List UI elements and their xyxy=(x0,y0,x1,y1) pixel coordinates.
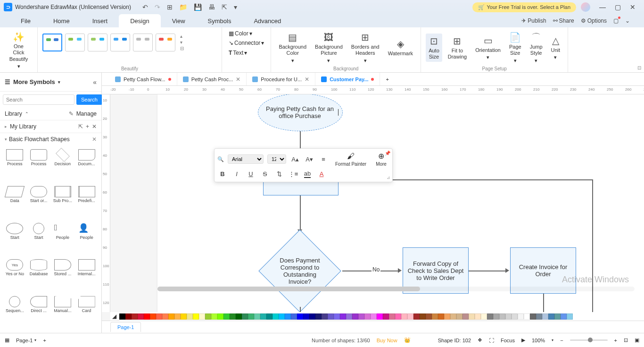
color-swatch[interactable] xyxy=(150,313,156,320)
shape-stored[interactable]: Stored ... xyxy=(51,258,75,293)
color-swatch[interactable] xyxy=(524,313,530,320)
color-swatch[interactable] xyxy=(456,313,462,320)
increase-font-icon[interactable]: A▴ xyxy=(290,154,300,164)
zoom-in-icon[interactable]: + xyxy=(614,338,617,343)
shape-people-2[interactable]: 👤People xyxy=(74,222,99,257)
color-swatch[interactable] xyxy=(254,313,260,320)
options-button[interactable]: ⚙ Options xyxy=(581,17,607,24)
shape-predefined[interactable]: Predefi... xyxy=(74,185,99,220)
color-swatch[interactable] xyxy=(260,313,266,320)
share-button[interactable]: ⚯ Share xyxy=(553,17,574,24)
zoom-slider[interactable] xyxy=(570,339,608,341)
color-swatch[interactable] xyxy=(340,313,346,320)
font-color-icon[interactable]: A xyxy=(316,169,327,179)
shape-start-end[interactable]: Start or... xyxy=(27,185,51,220)
color-swatch[interactable] xyxy=(211,313,217,320)
color-swatch[interactable] xyxy=(346,313,352,320)
underline-icon[interactable]: U xyxy=(246,169,256,179)
lib-import-icon[interactable]: ⇱ xyxy=(78,123,83,130)
shape-process-2[interactable]: Process xyxy=(27,148,51,183)
color-swatch[interactable] xyxy=(518,313,524,320)
auto-size-button[interactable]: ⊡Auto Size xyxy=(426,34,442,62)
search-input[interactable] xyxy=(3,94,74,105)
fit-drawing-button[interactable]: ⊞Fit to Drawing xyxy=(445,34,470,62)
redo-icon[interactable]: ↷ xyxy=(155,3,160,11)
shape-process[interactable]: Process xyxy=(3,148,27,183)
theme-6[interactable] xyxy=(156,34,175,51)
section-flowchart-shapes[interactable]: Basic Flowchart Shapes xyxy=(9,136,70,143)
menu-symbols[interactable]: Symbols xyxy=(197,14,243,27)
arrow-yes[interactable] xyxy=(300,307,301,312)
color-swatch[interactable] xyxy=(561,313,567,320)
color-swatch[interactable] xyxy=(230,313,236,320)
print-icon[interactable]: 🖶 xyxy=(208,3,215,11)
more-symbols-label[interactable]: More Symbols xyxy=(13,78,55,85)
color-swatch[interactable] xyxy=(358,313,364,320)
color-swatch[interactable] xyxy=(395,313,401,320)
shape-people-1[interactable]: 𖨆People xyxy=(51,222,75,257)
lib-close-icon[interactable]: ✕ xyxy=(92,123,97,130)
color-swatch[interactable] xyxy=(223,313,230,320)
color-swatch[interactable] xyxy=(272,313,279,320)
font-family-select[interactable]: Arial xyxy=(228,154,264,164)
watermark-button[interactable]: ◈Watermark xyxy=(385,36,416,59)
color-swatch[interactable] xyxy=(156,313,162,320)
italic-icon[interactable]: I xyxy=(231,169,242,179)
borders-headers-button[interactable]: ⊞Borders and Headers ▾ xyxy=(348,30,382,66)
shape-manual[interactable]: Manual... xyxy=(51,295,75,330)
search-button[interactable]: Search xyxy=(76,94,102,105)
shape-yes-no[interactable]: YesYes or No xyxy=(3,258,27,293)
jump-style-button[interactable]: ⌒Jump Style ▾ xyxy=(527,30,545,66)
fit-page-icon[interactable]: ⊡ xyxy=(624,337,628,343)
bg-picture-button[interactable]: 🖼Background Picture ▾ xyxy=(312,30,346,66)
highlight-icon[interactable]: ab xyxy=(302,169,313,179)
layers-icon[interactable]: ❖ xyxy=(478,337,482,343)
color-swatch[interactable] xyxy=(420,313,426,320)
page-selector[interactable]: Page-1 xyxy=(16,338,33,343)
color-swatch[interactable] xyxy=(187,313,193,320)
new-tab-button[interactable]: + xyxy=(380,73,394,85)
color-swatch[interactable] xyxy=(322,313,328,320)
color-swatch[interactable] xyxy=(285,313,291,320)
theme-5[interactable] xyxy=(133,34,153,51)
menu-advanced[interactable]: Advanced xyxy=(242,14,292,27)
tab-procedure[interactable]: Procedure for U...✕ xyxy=(247,73,315,85)
color-swatch[interactable] xyxy=(138,313,144,320)
color-swatch[interactable] xyxy=(475,313,481,320)
arrow-right-line[interactable] xyxy=(592,179,593,312)
color-swatch[interactable] xyxy=(291,313,297,320)
orientation-button[interactable]: ▭Orientation ▾ xyxy=(472,33,504,62)
lib-add-icon[interactable]: + xyxy=(86,123,89,130)
page-size-button[interactable]: 📄Page Size ▾ xyxy=(506,30,524,66)
color-swatch[interactable] xyxy=(168,313,174,320)
zoom-out-icon[interactable]: − xyxy=(560,338,563,343)
shape-direct[interactable]: Direct ... xyxy=(27,295,51,330)
color-picker-icon[interactable]: ◢ xyxy=(112,313,116,320)
color-swatch[interactable] xyxy=(193,313,199,320)
menu-design[interactable]: Design xyxy=(119,14,160,27)
color-swatch[interactable] xyxy=(174,313,181,320)
color-swatch[interactable] xyxy=(499,313,505,320)
theme-2[interactable] xyxy=(65,34,85,51)
text-dropdown[interactable]: T Text ▾ xyxy=(227,49,249,57)
color-swatch[interactable] xyxy=(407,313,413,320)
color-swatch[interactable] xyxy=(438,313,444,320)
new-icon[interactable]: ⊞ xyxy=(167,3,173,11)
page-tab-1[interactable]: Page-1 xyxy=(110,322,141,332)
grid-view-icon[interactable]: ▦ xyxy=(5,337,9,343)
one-click-beautify-button[interactable]: ✨One Click Beautify ▾ xyxy=(5,29,33,71)
ribbon-expand-icon[interactable]: ⊡ xyxy=(637,65,641,70)
color-swatch[interactable] xyxy=(389,313,395,320)
arrow-4[interactable] xyxy=(543,294,544,312)
color-swatch[interactable] xyxy=(413,313,420,320)
manage-label[interactable]: Manage xyxy=(76,110,97,117)
color-swatch[interactable] xyxy=(279,313,285,320)
notifications-icon[interactable]: ▢ xyxy=(613,17,619,24)
color-swatch[interactable] xyxy=(530,313,536,320)
strike-icon[interactable]: S xyxy=(260,169,270,179)
color-swatch[interactable] xyxy=(236,313,242,320)
shape-document[interactable]: Docum... xyxy=(74,148,99,183)
color-swatch[interactable] xyxy=(242,313,248,320)
color-swatch[interactable] xyxy=(132,313,138,320)
my-library-label[interactable]: My Library xyxy=(10,123,36,130)
